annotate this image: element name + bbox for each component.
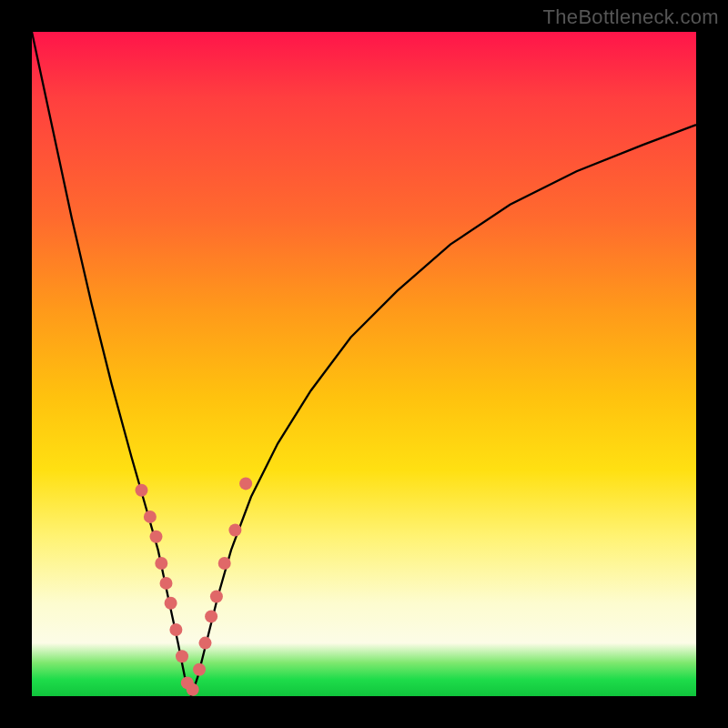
sample-dot [160, 577, 173, 590]
sample-dot [144, 511, 157, 523]
sample-dot [239, 477, 252, 490]
curve-layer [32, 32, 696, 696]
bottleneck-curve [32, 32, 696, 696]
sample-dot [165, 597, 177, 610]
chart-frame: TheBottleneck.com [0, 0, 728, 728]
sample-dot [150, 531, 163, 543]
sample-dot [187, 683, 199, 696]
sample-dot [136, 484, 148, 497]
sample-dot [210, 591, 223, 603]
sample-dot [199, 637, 212, 650]
sample-dot [218, 557, 231, 570]
sample-dots-group [136, 477, 253, 695]
sample-dot [169, 623, 182, 636]
sample-dot [228, 524, 241, 537]
watermark-text: TheBottleneck.com [543, 5, 719, 29]
sample-dot [176, 650, 188, 662]
sample-dot [155, 557, 167, 570]
sample-dot [205, 610, 217, 622]
sample-dot [193, 663, 206, 676]
plot-area [32, 32, 696, 696]
